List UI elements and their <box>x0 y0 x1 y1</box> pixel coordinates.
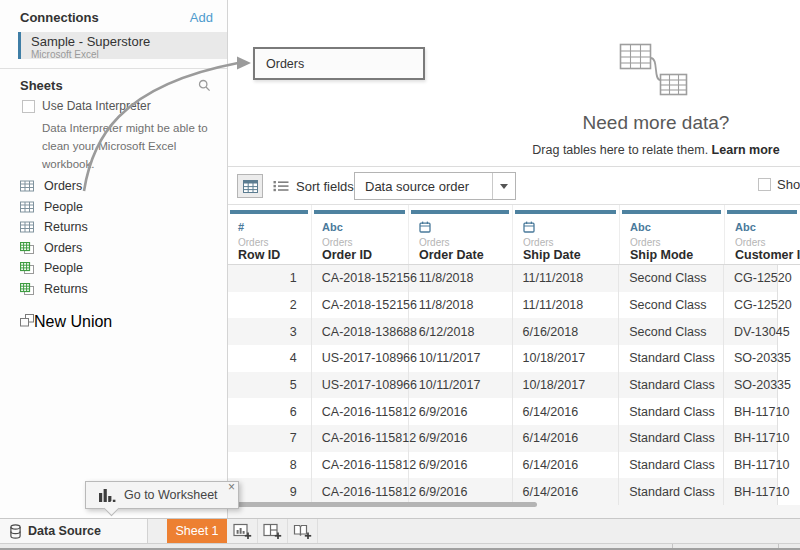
grid-cell[interactable]: CA-2016-115812 <box>312 452 409 479</box>
grid-cell[interactable]: 10/11/2017 <box>409 345 513 372</box>
data-source-tab[interactable]: Data Source <box>0 519 148 543</box>
grid-cell[interactable]: Standard Class <box>619 478 724 505</box>
list-view-button[interactable] <box>269 176 293 196</box>
column-header-row-id[interactable]: #OrdersRow ID <box>228 205 312 264</box>
grid-cell[interactable]: 10/18/2017 <box>513 372 620 399</box>
grid-cell[interactable]: SO-20335 <box>724 372 777 399</box>
table-sheet-icon <box>20 221 36 233</box>
grid-cell[interactable]: 3 <box>228 318 312 345</box>
grid-cell[interactable]: 11/11/2018 <box>513 292 620 319</box>
search-icon[interactable] <box>198 78 211 96</box>
grid-cell[interactable]: 6/16/2018 <box>513 318 620 345</box>
grid-cell[interactable]: 4 <box>228 345 312 372</box>
new-worksheet-button[interactable] <box>228 519 258 543</box>
close-icon[interactable]: × <box>228 481 235 493</box>
new-story-button[interactable] <box>288 519 318 543</box>
sidebar-sheet-returns-5[interactable]: Returns <box>20 279 220 300</box>
grid-cell[interactable]: 7 <box>228 425 312 452</box>
grid-cell[interactable]: Second Class <box>619 265 724 292</box>
grid-cell[interactable]: Standard Class <box>619 372 724 399</box>
grid-cell[interactable]: CG-12520 <box>724 265 777 292</box>
add-connection-link[interactable]: Add <box>190 10 213 25</box>
table-row: 8CA-2016-1158126/9/20166/14/2016Standard… <box>228 452 777 479</box>
sort-order-dropdown[interactable]: Data source order <box>354 172 516 200</box>
new-dashboard-button[interactable] <box>258 519 288 543</box>
grid-cell[interactable]: CA-2018-152156 <box>312 292 409 319</box>
grid-cell[interactable]: 11/8/2018 <box>409 265 513 292</box>
relationship-canvas[interactable]: Orders Need more data? Drag tables here … <box>228 0 800 167</box>
grid-view-button[interactable] <box>237 174 263 198</box>
show-checkbox[interactable] <box>758 178 771 191</box>
data-interpreter-checkbox[interactable] <box>22 100 35 113</box>
sidebar-sheet-orders-0[interactable]: Orders <box>20 176 220 197</box>
grid-cell[interactable]: 10/18/2017 <box>513 345 620 372</box>
grid-cell[interactable]: 6/9/2016 <box>409 425 513 452</box>
grid-cell[interactable]: 10/11/2017 <box>409 372 513 399</box>
grid-cell[interactable]: CA-2018-152156 <box>312 265 409 292</box>
grid-cell[interactable]: SO-20335 <box>724 345 777 372</box>
column-accent-bar <box>411 210 509 214</box>
grid-cell[interactable]: 6/9/2016 <box>409 452 513 479</box>
table-sheet-icon <box>20 180 36 192</box>
show-aliases-control[interactable]: Show <box>752 177 800 192</box>
grid-cell[interactable]: BH-11710 <box>724 398 777 425</box>
grid-cell[interactable]: BH-11710 <box>724 425 777 452</box>
grid-cell[interactable]: Standard Class <box>619 425 724 452</box>
column-header-ship-mode[interactable]: AbcOrdersShip Mode <box>620 205 725 264</box>
grid-cell[interactable]: CA-2018-138688 <box>312 318 409 345</box>
grid-cell[interactable]: 2 <box>228 292 312 319</box>
grid-cell[interactable]: 6/14/2016 <box>513 452 620 479</box>
grid-cell[interactable]: CA-2016-115812 <box>312 398 409 425</box>
connection-subtitle: Microsoft Excel <box>31 49 227 60</box>
grid-cell[interactable]: 1 <box>228 265 312 292</box>
chevron-down-icon <box>500 184 508 189</box>
grid-cell[interactable]: Second Class <box>619 318 724 345</box>
grid-cell[interactable]: 6/9/2016 <box>409 398 513 425</box>
grid-cell[interactable]: CG-12520 <box>724 292 777 319</box>
grid-body: 1CA-2018-15215611/8/201811/11/2018Second… <box>228 265 778 505</box>
string-type-icon: Abc <box>630 220 651 234</box>
sidebar-sheet-people-1[interactable]: People <box>20 197 220 218</box>
column-header-customer-id[interactable]: AbcOrdersCustomer ID <box>725 205 800 264</box>
dragged-table-orders[interactable]: Orders <box>253 47 425 80</box>
column-accent-bar <box>314 210 405 214</box>
grid-cell[interactable]: US-2017-108966 <box>312 372 409 399</box>
grid-cell[interactable]: 6 <box>228 398 312 425</box>
sidebar-sheet-orders-3[interactable]: Orders <box>20 238 220 259</box>
column-header-ship-date[interactable]: OrdersShip Date <box>513 205 620 264</box>
table-row: 4US-2017-10896610/11/201710/18/2017Stand… <box>228 345 777 372</box>
sidebar-sheet-returns-2[interactable]: Returns <box>20 217 220 238</box>
grid-cell[interactable]: 6/14/2016 <box>513 425 620 452</box>
grid-cell[interactable]: DV-13045 <box>724 318 777 345</box>
grid-cell[interactable]: BH-11710 <box>724 478 777 505</box>
grid-cell[interactable]: 11/8/2018 <box>409 292 513 319</box>
grid-cell[interactable]: Second Class <box>619 292 724 319</box>
grid-cell[interactable]: Standard Class <box>619 398 724 425</box>
empty-state: Need more data? Drag tables here to rela… <box>520 34 792 157</box>
grid-cell[interactable]: US-2017-108966 <box>312 345 409 372</box>
grid-cell[interactable]: 5 <box>228 372 312 399</box>
dropdown-arrow-button[interactable] <box>492 173 515 199</box>
grid-cell[interactable]: BH-11710 <box>724 452 777 479</box>
column-header-order-date[interactable]: OrdersOrder Date <box>409 205 513 264</box>
sheet1-tab[interactable]: Sheet 1 <box>167 519 227 543</box>
column-field-name: Order Date <box>419 248 484 262</box>
column-header-order-id[interactable]: AbcOrdersOrder ID <box>312 205 409 264</box>
use-data-interpreter-row[interactable]: Use Data Interpreter <box>22 99 151 113</box>
string-type-icon: Abc <box>322 220 343 234</box>
database-icon <box>10 524 21 539</box>
column-table-label: Orders <box>523 237 554 248</box>
grid-cell[interactable]: CA-2016-115812 <box>312 425 409 452</box>
grid-cell[interactable]: 8 <box>228 452 312 479</box>
connection-item[interactable]: Sample - Superstore Microsoft Excel <box>18 32 227 59</box>
learn-more-link[interactable]: Learn more <box>712 143 780 157</box>
grid-cell[interactable]: 6/12/2018 <box>409 318 513 345</box>
grid-cell[interactable]: 11/11/2018 <box>513 265 620 292</box>
empty-state-text: Drag tables here to relate them. <box>532 143 708 157</box>
grid-cell[interactable]: 6/14/2016 <box>513 398 620 425</box>
grid-cell[interactable]: Standard Class <box>619 452 724 479</box>
horizontal-scrollbar[interactable] <box>230 502 537 507</box>
new-union-item[interactable]: New Union <box>20 311 220 332</box>
sidebar-sheet-people-4[interactable]: People <box>20 258 220 279</box>
grid-cell[interactable]: Standard Class <box>619 345 724 372</box>
